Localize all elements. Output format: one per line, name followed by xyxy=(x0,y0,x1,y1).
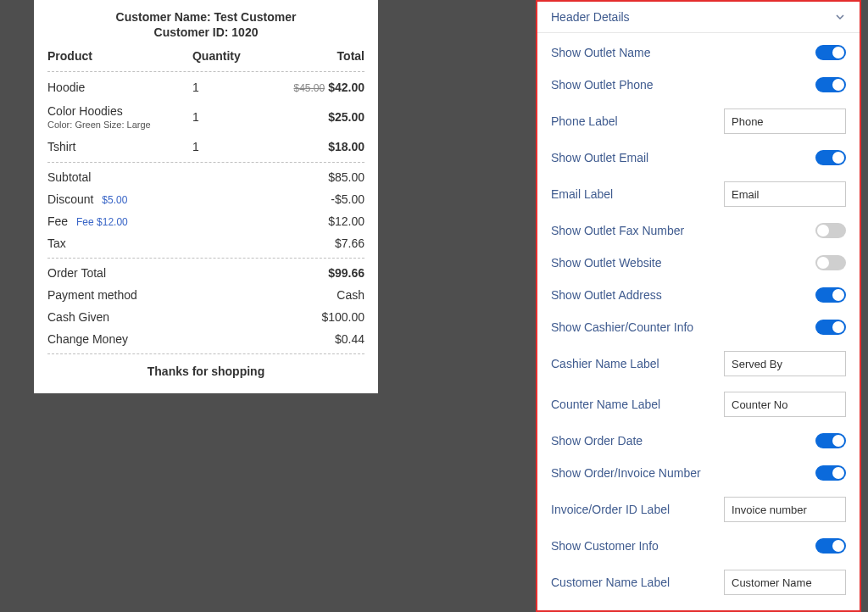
payment-method-value: Cash xyxy=(337,288,364,302)
divider xyxy=(47,258,364,259)
table-row: Hoodie 1 $45.00 $42.00 xyxy=(47,75,364,99)
customer-name-label-input[interactable] xyxy=(724,570,846,595)
setting-show-customer: Show Customer Info xyxy=(537,530,860,562)
subtotal-value: $85.00 xyxy=(328,170,364,184)
toggle-show-website[interactable] xyxy=(815,255,846,270)
fee-value: $12.00 xyxy=(328,214,364,228)
setting-label: Counter Name Label xyxy=(551,398,660,411)
customer-name-line: Customer Name: Test Customer xyxy=(47,10,364,24)
panel-header[interactable]: Header Details xyxy=(537,2,860,33)
setting-label: Cashier Name Label xyxy=(551,357,659,370)
thanks-message: Thanks for shopping xyxy=(47,364,364,378)
cashier-label-input[interactable] xyxy=(724,351,846,376)
customer-id-value: 1020 xyxy=(231,25,258,39)
setting-show-outlet-email: Show Outlet Email xyxy=(537,142,860,174)
item-name: Color Hoodies xyxy=(47,104,192,118)
toggle-show-order-number[interactable] xyxy=(815,465,846,481)
customer-name-prefix: Customer Name: xyxy=(116,10,214,24)
change-label: Change Money xyxy=(47,332,335,346)
setting-label: Show Outlet Name xyxy=(551,46,651,59)
setting-show-cashier: Show Cashier/Counter Info xyxy=(537,311,860,343)
header-details-panel: Header Details Show Outlet Name Show Out… xyxy=(536,0,861,612)
customer-id-line: Customer ID: 1020 xyxy=(47,25,364,39)
change-row: Change Money $0.44 xyxy=(47,328,364,350)
setting-show-website: Show Outlet Website xyxy=(537,247,860,279)
setting-invoice-id-label: Invoice/Order ID Label xyxy=(537,489,860,530)
fee-label: Fee xyxy=(47,214,68,228)
discount-label: Discount xyxy=(47,192,93,206)
setting-label: Invoice/Order ID Label xyxy=(551,503,670,516)
setting-email-label: Email Label xyxy=(537,174,860,214)
item-qty: 1 xyxy=(192,81,274,94)
subtotal-label: Subtotal xyxy=(47,170,328,184)
tax-value: $7.66 xyxy=(335,236,364,250)
discount-detail: $5.00 xyxy=(102,194,127,206)
setting-label: Show Customer Info xyxy=(551,539,659,553)
setting-show-outlet-phone: Show Outlet Phone xyxy=(537,69,860,101)
table-row: Color Hoodies Color: Green Size: Large 1… xyxy=(47,99,364,135)
divider xyxy=(47,353,364,354)
setting-counter-label: Counter Name Label xyxy=(537,384,860,425)
table-row: Tshirt 1 $18.00 xyxy=(47,135,364,159)
invoice-id-label-input[interactable] xyxy=(724,497,846,522)
payment-method-row: Payment method Cash xyxy=(47,284,364,306)
setting-label: Show Outlet Email xyxy=(551,151,648,164)
toggle-show-customer[interactable] xyxy=(815,538,846,554)
item-total: $25.00 xyxy=(328,110,364,124)
customer-id-prefix: Customer ID: xyxy=(154,25,232,39)
item-qty: 1 xyxy=(192,110,274,124)
item-orig-price: $45.00 xyxy=(293,82,325,94)
payment-method-label: Payment method xyxy=(47,288,337,302)
cash-given-row: Cash Given $100.00 xyxy=(47,306,364,328)
counter-label-input[interactable] xyxy=(724,392,846,417)
order-total-label: Order Total xyxy=(47,266,328,280)
toggle-show-cashier[interactable] xyxy=(815,320,846,335)
cash-given-value: $100.00 xyxy=(321,310,364,324)
toggle-show-fax[interactable] xyxy=(815,223,846,238)
receipt-table-header: Product Quantity Total xyxy=(47,49,364,68)
setting-label: Email Label xyxy=(551,187,613,201)
item-qty: 1 xyxy=(192,140,274,153)
setting-label: Show Outlet Fax Number xyxy=(551,224,684,237)
cash-given-label: Cash Given xyxy=(47,310,321,324)
customer-name-value: Test Customer xyxy=(214,10,296,24)
toggle-show-outlet-phone[interactable] xyxy=(815,77,846,92)
item-total: $18.00 xyxy=(328,140,364,153)
fee-detail: Fee $12.00 xyxy=(76,216,128,228)
setting-label: Customer Name Label xyxy=(551,576,670,589)
setting-label: Show Outlet Phone xyxy=(551,78,654,92)
item-name: Tshirt xyxy=(47,140,192,153)
toggle-show-outlet-name[interactable] xyxy=(815,45,846,60)
setting-show-fax: Show Outlet Fax Number xyxy=(537,214,860,247)
setting-label: Show Order Date xyxy=(551,434,643,448)
toggle-show-order-date[interactable] xyxy=(815,433,846,448)
divider xyxy=(47,71,364,72)
setting-phone-label: Phone Label xyxy=(537,101,860,142)
panel-title: Header Details xyxy=(551,10,630,24)
email-label-input[interactable] xyxy=(724,181,846,207)
setting-label: Show Order/Invoice Number xyxy=(551,466,701,480)
setting-customer-name-label: Customer Name Label xyxy=(537,562,860,603)
toggle-show-outlet-email[interactable] xyxy=(815,150,846,165)
change-value: $0.44 xyxy=(335,332,364,346)
discount-value: -$5.00 xyxy=(331,192,364,206)
setting-label: Show Cashier/Counter Info xyxy=(551,320,693,334)
order-total-row: Order Total $99.66 xyxy=(47,262,364,284)
setting-show-outlet-name: Show Outlet Name xyxy=(537,36,860,69)
subtotal-row: Subtotal $85.00 xyxy=(47,166,364,188)
col-quantity: Quantity xyxy=(192,49,274,63)
discount-row: Discount $5.00 -$5.00 xyxy=(47,188,364,210)
setting-cashier-label: Cashier Name Label xyxy=(537,343,860,384)
item-name: Hoodie xyxy=(47,81,192,94)
setting-label: Show Outlet Address xyxy=(551,288,662,302)
phone-label-input[interactable] xyxy=(724,108,846,134)
toggle-show-address[interactable] xyxy=(815,287,846,303)
setting-label: Show Outlet Website xyxy=(551,256,661,270)
item-total: $42.00 xyxy=(328,81,364,94)
col-total: Total xyxy=(274,49,364,63)
setting-show-address: Show Outlet Address xyxy=(537,279,860,311)
divider xyxy=(47,162,364,163)
tax-row: Tax $7.66 xyxy=(47,232,364,254)
chevron-down-icon xyxy=(834,11,846,23)
setting-show-order-date: Show Order Date xyxy=(537,425,860,457)
